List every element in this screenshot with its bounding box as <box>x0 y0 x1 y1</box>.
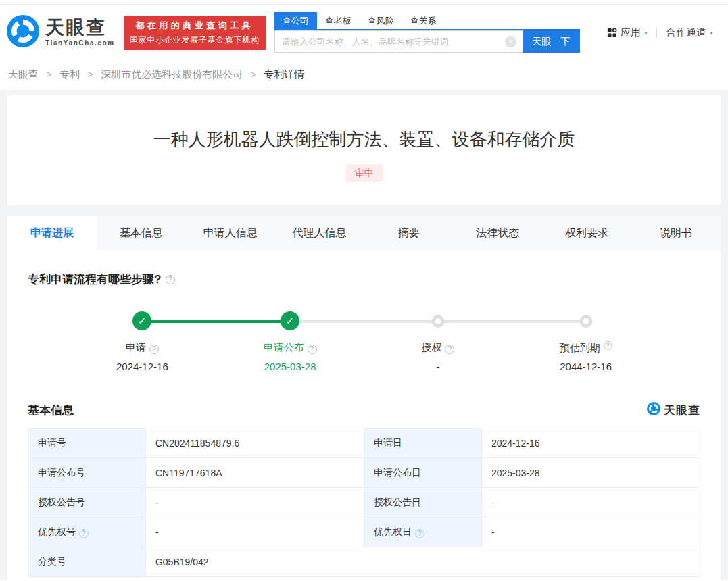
field-label: 申请公布日 <box>364 458 481 488</box>
step-pending-icon <box>579 315 592 328</box>
search-button[interactable]: 天眼一下 <box>523 30 580 53</box>
help-icon[interactable]: ? <box>308 345 317 354</box>
field-label: 授权公告日 <box>364 488 481 517</box>
help-icon[interactable]: ? <box>79 529 89 538</box>
field-value: 2024-12-16 <box>481 428 700 458</box>
basic-info-section-title: 基本信息 <box>28 403 74 418</box>
tab-application-progress[interactable]: 申请进展 <box>7 216 97 250</box>
field-label: 授权公告号 <box>28 488 146 517</box>
patent-detail-card: 申请进展 基本信息 申请人信息 代理人信息 摘要 法律状态 权利要求 说明书 专… <box>7 216 721 581</box>
field-value: - <box>481 488 700 517</box>
field-value: CN202411854879.6 <box>145 428 364 458</box>
promo-banner-line2: 国家中小企业发展子基金旗下机构 <box>130 34 260 46</box>
help-icon[interactable]: ? <box>166 275 175 284</box>
step-label-grant: 授权? <box>364 341 512 355</box>
tianyancha-logo[interactable]: 天眼查 TianYanCha.com <box>7 15 115 50</box>
step-label-publication: 申请公布? <box>216 341 364 355</box>
tianyancha-logo-icon <box>7 15 39 50</box>
apps-menu-label: 应用 <box>621 26 641 39</box>
logo-domain-text: TianYanCha.com <box>45 40 115 47</box>
promo-banner: 都在用的商业查询工具 国家中小企业发展子基金旗下机构 <box>124 16 266 50</box>
chevron-down-icon: ▾ <box>644 29 648 36</box>
step-done-icon: ✓ <box>281 311 299 330</box>
progress-timeline: ✓ ✓ 申请? 申请公布? 授权? 预估到期? <box>68 311 660 372</box>
header-right-nav: 应用 ▾ 合作通道 ▾ <box>607 26 719 39</box>
search-area: 查公司 查老板 查风险 查关系 × 天眼一下 <box>274 12 580 53</box>
tianyancha-watermark-text: 天眼查 <box>664 403 700 418</box>
progress-section-title: 专利申请流程有哪些步骤? ? <box>28 272 700 287</box>
tianyancha-watermark-icon <box>647 402 660 418</box>
tab-description[interactable]: 说明书 <box>631 216 721 250</box>
table-row: 申请公布号 CN119717618A 申请公布日 2025-03-28 <box>28 458 700 488</box>
search-tab-relation[interactable]: 查关系 <box>402 12 445 29</box>
table-row: 授权公告号 - 授权公告日 - <box>28 488 700 517</box>
step-label-apply: 申请? <box>68 341 216 355</box>
site-header: 天眼查 TianYanCha.com 都在用的商业查询工具 国家中小企业发展子基… <box>0 5 728 59</box>
step-done-icon: ✓ <box>132 311 151 330</box>
search-tab-risk[interactable]: 查风险 <box>360 12 402 29</box>
help-icon[interactable]: ? <box>415 529 424 538</box>
logo-brand-text: 天眼查 <box>45 18 115 37</box>
chevron-down-icon: ▾ <box>710 29 713 36</box>
breadcrumb-patent[interactable]: 专利 <box>59 68 80 80</box>
field-label: 优先权号? <box>28 517 146 547</box>
timeline-connector-done <box>142 320 290 323</box>
patent-title-card: 一种人形机器人跌倒控制方法、装置、设备和存储介质 审中 <box>7 95 721 205</box>
field-value: - <box>481 517 700 547</box>
tab-basic-info[interactable]: 基本信息 <box>97 216 186 250</box>
breadcrumb-company[interactable]: 深圳市优必选科技股份有限公司 <box>101 68 243 80</box>
tianyancha-watermark: 天眼查 <box>647 402 700 418</box>
detail-tabbar: 申请进展 基本信息 申请人信息 代理人信息 摘要 法律状态 权利要求 说明书 <box>7 216 721 250</box>
field-value: - <box>145 488 364 517</box>
tab-abstract[interactable]: 摘要 <box>364 216 454 250</box>
apps-grid-icon <box>607 28 617 38</box>
search-input[interactable] <box>274 30 523 53</box>
apps-menu[interactable]: 应用 ▾ <box>607 26 648 39</box>
tab-legal-status[interactable]: 法律状态 <box>453 216 542 250</box>
help-icon[interactable]: ? <box>604 341 612 350</box>
field-label: 申请号 <box>28 428 146 458</box>
partner-channel-label: 合作通道 <box>666 26 706 39</box>
search-tab-company[interactable]: 查公司 <box>274 12 317 29</box>
help-icon[interactable]: ? <box>445 345 454 354</box>
step-date-estimated-expiry: 2044-12-16 <box>512 361 660 372</box>
step-date-grant: - <box>364 361 512 372</box>
promo-banner-line1: 都在用的商业查询工具 <box>130 20 260 32</box>
breadcrumb-home[interactable]: 天眼查 <box>8 68 39 80</box>
breadcrumb-current: 专利详情 <box>264 68 304 80</box>
page-top-divider <box>0 0 728 5</box>
search-tab-boss[interactable]: 查老板 <box>317 12 360 29</box>
field-value: 2025-03-28 <box>481 458 700 488</box>
step-date-publication: 2025-03-28 <box>216 361 364 372</box>
field-label: 优先权日? <box>364 517 481 547</box>
patent-title: 一种人形机器人跌倒控制方法、装置、设备和存储介质 <box>24 129 704 149</box>
field-label: 申请公布号 <box>28 458 146 488</box>
timeline-connector <box>290 320 438 323</box>
status-badge: 审中 <box>346 164 383 182</box>
field-value: G05B19/042 <box>145 547 700 577</box>
tab-agent-info[interactable]: 代理人信息 <box>275 216 364 250</box>
basic-info-table: 申请号 CN202411854879.6 申请日 2024-12-16 申请公布… <box>28 428 700 577</box>
tab-applicant-info[interactable]: 申请人信息 <box>186 216 275 250</box>
field-label: 分类号 <box>28 547 146 577</box>
nav-divider <box>656 28 657 38</box>
partner-channel-menu[interactable]: 合作通道 ▾ <box>666 26 713 39</box>
table-row: 申请号 CN202411854879.6 申请日 2024-12-16 <box>28 428 700 458</box>
timeline-connector <box>438 320 586 323</box>
page-body: 一种人形机器人跌倒控制方法、装置、设备和存储介质 审中 申请进展 基本信息 申请… <box>0 90 728 580</box>
breadcrumb: 天眼查 > 专利 > 深圳市优必选科技股份有限公司 > 专利详情 <box>0 59 728 90</box>
field-value: CN119717618A <box>145 458 364 488</box>
step-date-apply: 2024-12-16 <box>68 361 216 372</box>
field-value: - <box>145 517 364 547</box>
help-icon[interactable]: ? <box>149 345 159 354</box>
field-label: 申请日 <box>364 428 481 458</box>
step-pending-icon <box>431 315 444 328</box>
tab-claims[interactable]: 权利要求 <box>542 216 631 250</box>
table-row: 分类号 G05B19/042 <box>28 547 700 577</box>
table-row: 优先权号? - 优先权日? - <box>28 517 700 547</box>
clear-search-icon[interactable]: × <box>505 36 516 47</box>
search-tabs: 查公司 查老板 查风险 查关系 <box>274 12 580 30</box>
step-label-estimated-expiry: 预估到期? <box>512 341 660 355</box>
